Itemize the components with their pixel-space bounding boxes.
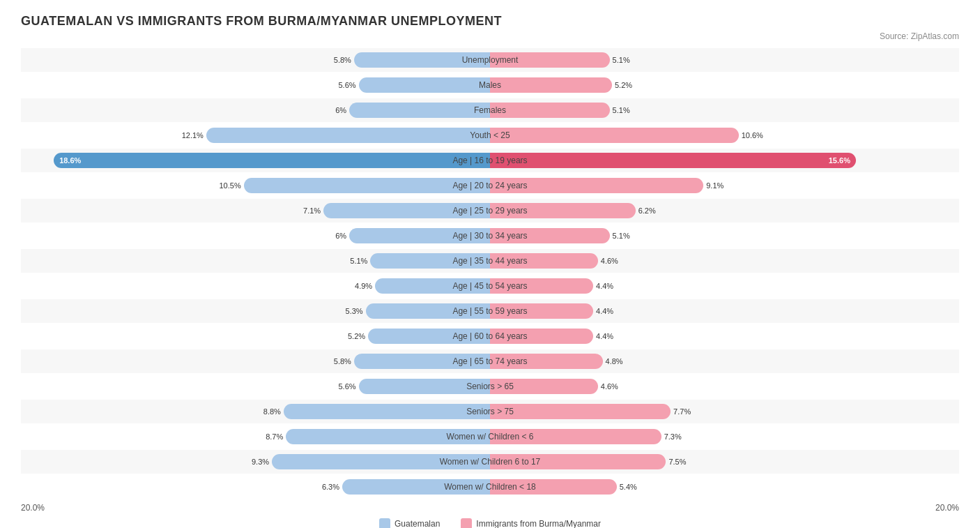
bar-left: 6% [349, 103, 490, 118]
left-section: 6% [21, 98, 490, 122]
value-left: 5.3% [346, 307, 363, 315]
legend-box-right [461, 518, 472, 528]
bar-left: 5.6% [359, 77, 490, 93]
chart-title: GUATEMALAN VS IMMIGRANTS FROM BURMA/MYAN… [21, 14, 959, 29]
value-left: 18.6% [59, 156, 81, 165]
right-section: 4.4% [490, 299, 959, 323]
left-section: 5.3% [21, 299, 490, 323]
value-right: 5.1% [613, 106, 630, 114]
legend-box-left [379, 518, 390, 528]
value-left: 5.6% [338, 382, 355, 391]
right-section: 4.4% [490, 274, 959, 298]
value-right: 4.4% [596, 332, 613, 340]
value-left: 9.3% [252, 458, 269, 466]
bar-left: 5.8% [354, 52, 490, 68]
bar-right: 4.6% [490, 379, 598, 394]
bar-left: 6% [349, 228, 490, 243]
right-section: 4.8% [490, 349, 959, 373]
table-row: 6.3%Women w/ Children < 185.4% [21, 475, 959, 499]
legend: Guatemalan Immigrants from Burma/Myanmar [21, 518, 959, 528]
value-left: 5.6% [338, 81, 355, 89]
value-left: 5.8% [334, 357, 351, 365]
bar-right: 5.1% [490, 103, 610, 118]
bar-left: 5.1% [370, 253, 490, 269]
left-section: 8.8% [21, 400, 490, 423]
value-left: 6.3% [322, 483, 339, 491]
axis-right: 20.0% [490, 503, 959, 513]
bar-left: 5.2% [368, 329, 490, 344]
table-row: 5.8%Unemployment5.1% [21, 48, 959, 72]
left-section: 6% [21, 224, 490, 248]
value-right: 5.4% [620, 483, 637, 491]
value-left: 5.1% [350, 257, 367, 265]
value-right: 4.6% [601, 382, 618, 391]
value-left: 8.7% [266, 432, 283, 441]
table-row: 5.6%Males5.2% [21, 73, 959, 97]
bar-left: 6.3% [342, 479, 490, 495]
legend-item-right: Immigrants from Burma/Myanmar [461, 518, 601, 528]
table-row: 5.1%Age | 35 to 44 years4.6% [21, 249, 959, 273]
left-section: 4.9% [21, 274, 490, 298]
bar-right: 9.1% [490, 178, 703, 193]
value-left: 8.8% [263, 407, 281, 416]
bar-right: 5.4% [490, 479, 617, 495]
table-row: 5.6%Seniors > 654.6% [21, 375, 959, 398]
bar-right: 5.1% [490, 52, 610, 68]
bar-right: 4.6% [490, 253, 598, 269]
value-left: 5.8% [334, 56, 351, 64]
right-section: 4.4% [490, 324, 959, 348]
bar-right: 4.8% [490, 354, 603, 369]
chart-area: 5.8%Unemployment5.1%5.6%Males5.2%6%Femal… [21, 48, 959, 499]
value-left: 6% [335, 106, 346, 114]
bar-right: 7.5% [490, 454, 666, 469]
table-row: 5.3%Age | 55 to 59 years4.4% [21, 299, 959, 323]
right-section: 5.4% [490, 475, 959, 499]
table-row: 10.5%Age | 20 to 24 years9.1% [21, 174, 959, 197]
right-section: 7.7% [490, 400, 959, 423]
value-left: 6% [335, 232, 346, 240]
value-right: 7.7% [673, 407, 691, 416]
axis-left: 20.0% [21, 503, 490, 513]
value-right: 9.1% [706, 181, 723, 190]
left-section: 8.7% [21, 425, 490, 448]
value-left: 7.1% [303, 206, 321, 215]
left-section: 5.8% [21, 349, 490, 373]
table-row: 7.1%Age | 25 to 29 years6.2% [21, 199, 959, 222]
bar-left: 8.7% [286, 429, 490, 444]
value-right: 4.4% [596, 282, 613, 290]
bar-left: 5.3% [366, 303, 490, 319]
right-section: 5.2% [490, 73, 959, 97]
right-section: 7.5% [490, 450, 959, 474]
bar-left: 5.8% [354, 354, 490, 369]
bar-right: 7.3% [490, 429, 661, 444]
table-row: 5.8%Age | 65 to 74 years4.8% [21, 349, 959, 373]
value-right: 4.6% [601, 257, 618, 265]
table-row: 9.3%Women w/ Children 6 to 177.5% [21, 450, 959, 474]
value-left: 4.9% [355, 282, 372, 290]
source-label: Source: ZipAtlas.com [21, 31, 959, 41]
right-section: 5.1% [490, 224, 959, 248]
bar-right: 7.7% [490, 404, 671, 419]
bar-right: 15.6% [490, 153, 856, 168]
bar-left: 5.6% [359, 379, 490, 394]
right-section: 4.6% [490, 375, 959, 398]
left-section: 5.8% [21, 48, 490, 72]
table-row: 18.6%Age | 16 to 19 years15.6% [21, 149, 959, 172]
right-section: 7.3% [490, 425, 959, 448]
right-section: 5.1% [490, 98, 959, 122]
value-right: 7.5% [668, 458, 686, 466]
right-section: 15.6% [490, 149, 959, 172]
table-row: 8.8%Seniors > 757.7% [21, 400, 959, 423]
right-section: 6.2% [490, 199, 959, 222]
table-row: 8.7%Women w/ Children < 67.3% [21, 425, 959, 448]
right-section: 5.1% [490, 48, 959, 72]
bar-left: 4.9% [375, 278, 490, 294]
left-section: 7.1% [21, 199, 490, 222]
left-section: 5.6% [21, 375, 490, 398]
bar-left: 8.8% [284, 404, 490, 419]
right-section: 4.6% [490, 249, 959, 273]
value-right: 10.6% [742, 131, 763, 139]
value-left: 10.5% [219, 181, 240, 190]
right-section: 10.6% [490, 123, 959, 147]
value-right: 6.2% [638, 206, 656, 215]
